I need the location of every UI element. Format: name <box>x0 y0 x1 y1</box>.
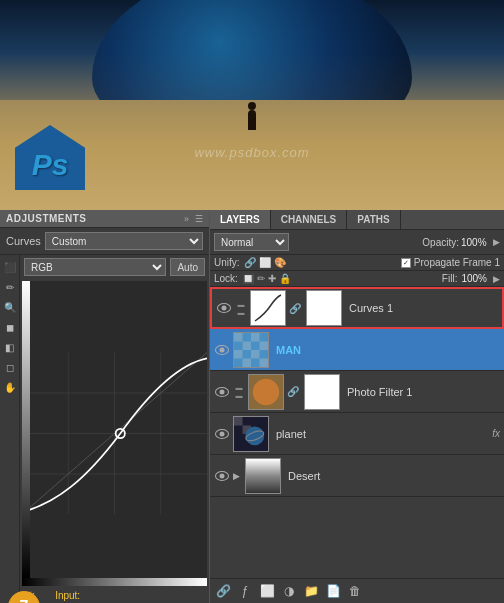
svg-rect-14 <box>234 350 243 359</box>
layer-thumb-desert <box>245 458 281 494</box>
gradient-bar-left <box>22 281 30 578</box>
add-style-button[interactable]: ƒ <box>236 582 254 600</box>
fill-arrow[interactable]: ▶ <box>493 274 500 284</box>
layer-visibility-desert[interactable] <box>214 468 230 484</box>
settings-icon: ▬ <box>238 301 245 308</box>
svg-rect-15 <box>251 350 260 359</box>
tool-hand[interactable]: ✋ <box>2 379 18 395</box>
tool-lightpoint[interactable]: ◻ <box>2 359 18 375</box>
unify-icon-3[interactable]: 🎨 <box>274 257 286 268</box>
tab-channels[interactable]: CHANNELS <box>271 210 348 229</box>
folder-button[interactable]: 📁 <box>302 582 320 600</box>
layer-visibility-curves[interactable] <box>216 300 232 316</box>
layer-settings-curves: ▬ ▬ <box>235 301 247 316</box>
left-tools: ⬛ ✏ 🔍 ◼ ◧ ◻ ✋ <box>0 255 20 603</box>
propagate-checkbox[interactable] <box>401 258 411 268</box>
eye-icon-man <box>215 345 229 355</box>
lock-all[interactable]: 🔒 <box>279 273 291 284</box>
input-row: ut: Input: <box>20 588 209 603</box>
curves-row: Curves Custom <box>0 228 209 255</box>
layer-name-planet: planet <box>272 428 489 440</box>
watermark: www.psdbox.com <box>194 145 309 160</box>
tool-midpoint[interactable]: ◧ <box>2 339 18 355</box>
auto-button[interactable]: Auto <box>170 258 205 276</box>
opacity-row: Opacity: 100% ▶ <box>422 237 500 248</box>
layer-mask-photo <box>304 374 340 410</box>
collapse-arrow-desert[interactable]: ▶ <box>233 471 240 481</box>
rgb-channel-dropdown[interactable]: RGB <box>24 258 166 276</box>
settings-icon-p: ▬ <box>236 384 243 391</box>
layer-visibility-photo[interactable] <box>214 384 230 400</box>
svg-rect-17 <box>260 358 269 367</box>
lock-label: Lock: <box>214 273 238 284</box>
blend-mode-dropdown[interactable]: Normal <box>214 233 289 251</box>
lock-paint[interactable]: ✏ <box>257 273 265 284</box>
opacity-arrow[interactable]: ▶ <box>493 237 500 247</box>
layer-visibility-man[interactable] <box>214 342 230 358</box>
tool-pencil[interactable]: ✏ <box>2 279 18 295</box>
curve-svg <box>22 281 207 586</box>
opacity-value: 100% <box>461 237 491 248</box>
unify-icons: 🔗 ⬜ 🎨 <box>244 257 286 268</box>
canvas-area: www.psdbox.com Ps <box>0 0 504 210</box>
layer-visibility-planet[interactable] <box>214 426 230 442</box>
layers-controls: Normal Opacity: 100% ▶ <box>210 230 504 255</box>
layer-row-photo-filter[interactable]: ▬ ▬ 🔗 Photo Filter 1 <box>210 371 504 413</box>
link-icon-curves: 🔗 <box>289 303 301 314</box>
layers-unify: Unify: 🔗 ⬜ 🎨 Propagate Frame 1 <box>210 255 504 271</box>
lock-move[interactable]: ✚ <box>268 273 276 284</box>
canvas-figure <box>248 110 256 130</box>
svg-rect-16 <box>243 358 252 367</box>
delete-layer-button[interactable]: 🗑 <box>346 582 364 600</box>
svg-point-21 <box>245 426 264 445</box>
lock-transparent[interactable]: 🔲 <box>242 273 254 284</box>
man-thumb-svg <box>234 332 268 368</box>
svg-rect-10 <box>234 333 243 342</box>
tab-paths[interactable]: PATHS <box>347 210 400 229</box>
layers-tabs: LAYERS CHANNELS PATHS <box>210 210 504 230</box>
layer-name-curves: Curves 1 <box>345 302 498 314</box>
photo-thumb-svg <box>249 374 283 410</box>
panel-menu-icon[interactable]: ☰ <box>195 214 203 224</box>
layers-panel: LAYERS CHANNELS PATHS Normal Opacity: 10… <box>210 210 504 603</box>
layer-mask-curves <box>306 290 342 326</box>
planet-thumb-svg <box>234 416 268 452</box>
unify-icon-2[interactable]: ⬜ <box>259 257 271 268</box>
unify-icon-1[interactable]: 🔗 <box>244 257 256 268</box>
layer-thumb-photo <box>248 374 284 410</box>
layers-bottom: 🔗 ƒ ⬜ ◑ 📁 📄 🗑 <box>210 578 504 603</box>
curves-label: Curves <box>6 235 41 247</box>
layer-name-man: MAN <box>272 344 500 356</box>
tool-select[interactable]: ⬛ <box>2 259 18 275</box>
layer-row-man[interactable]: MAN <box>210 329 504 371</box>
settings-icon2: ▬ <box>238 309 245 316</box>
add-mask-button[interactable]: ⬜ <box>258 582 276 600</box>
curve-canvas[interactable] <box>22 281 207 586</box>
opacity-label: Opacity: <box>422 237 459 248</box>
svg-rect-13 <box>260 341 269 350</box>
panels-row: ADJUSTMENTS » ☰ Curves Custom ⬛ ✏ 🔍 ◼ ◧ … <box>0 210 504 603</box>
curves-preset-dropdown[interactable]: Custom <box>45 232 203 250</box>
adjustments-panel: ADJUSTMENTS » ☰ Curves Custom ⬛ ✏ 🔍 ◼ ◧ … <box>0 210 210 603</box>
svg-rect-19 <box>234 417 243 426</box>
curves-main: RGB Auto <box>20 255 209 603</box>
curves-content: ⬛ ✏ 🔍 ◼ ◧ ◻ ✋ RGB Auto <box>0 255 209 603</box>
adjustment-layer-button[interactable]: ◑ <box>280 582 298 600</box>
svg-point-18 <box>253 378 279 404</box>
tool-darkpoint[interactable]: ◼ <box>2 319 18 335</box>
layer-row-planet[interactable]: planet fx <box>210 413 504 455</box>
tab-layers[interactable]: LAYERS <box>210 210 271 229</box>
adjustments-header: ADJUSTMENTS » ☰ <box>0 210 209 228</box>
settings-icon-p2: ▬ <box>236 392 243 399</box>
layer-row-curves[interactable]: ▬ ▬ 🔗 Curves 1 <box>210 287 504 329</box>
lock-row: Lock: 🔲 ✏ ✚ 🔒 Fill: 100% ▶ <box>210 271 504 287</box>
curves-thumb-svg <box>253 293 283 323</box>
eye-icon-desert <box>215 471 229 481</box>
tool-eyedropper[interactable]: 🔍 <box>2 299 18 315</box>
new-layer-button[interactable]: 📄 <box>324 582 342 600</box>
link-layers-button[interactable]: 🔗 <box>214 582 232 600</box>
ps-logo: Ps <box>15 125 85 190</box>
link-icon-photo: 🔗 <box>287 386 299 397</box>
layer-row-desert[interactable]: ▶ Desert <box>210 455 504 497</box>
svg-rect-12 <box>251 333 260 342</box>
